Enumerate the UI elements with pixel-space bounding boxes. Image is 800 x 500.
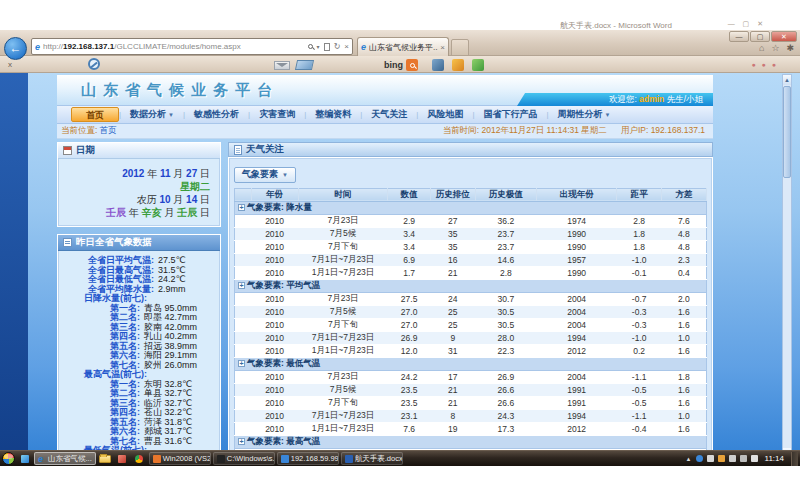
nav-item-2[interactable]: 数据分析▼ xyxy=(121,107,183,122)
start-button[interactable] xyxy=(2,452,15,465)
expand-collapse-icon[interactable]: + xyxy=(238,282,245,289)
refresh-icon[interactable]: ↻ xyxy=(334,42,341,51)
tray-volume-icon[interactable] xyxy=(751,455,758,462)
bing-search-icon[interactable] xyxy=(406,59,418,71)
table-cell: 1994 xyxy=(537,409,617,422)
stat-value: 24.2℃ xyxy=(158,274,186,284)
tab-close-icon[interactable]: × xyxy=(440,43,445,52)
table-cell: 2004 xyxy=(537,292,617,305)
addon-camera-icon[interactable] xyxy=(432,59,444,71)
table-row[interactable]: 20101月1日~7月23日7.61917.32012-0.41.6 xyxy=(235,422,707,435)
back-button[interactable]: ← xyxy=(4,37,27,60)
browser-tab[interactable]: e 山东省气候业务平... × xyxy=(357,37,449,56)
expand-collapse-icon[interactable]: + xyxy=(238,360,245,367)
table-row[interactable]: 20107月下旬27.02530.52004-0.31.6 xyxy=(235,318,707,331)
addonbar-overflow-icon[interactable]: ● ● ● xyxy=(751,61,778,68)
table-row[interactable]: 20107月5候3.43523.719901.84.8 xyxy=(235,227,707,240)
nav-item-3[interactable]: 敏感性分析 xyxy=(185,107,248,122)
close-button[interactable]: ✕ xyxy=(771,31,797,42)
table-row[interactable]: 20107月5候27.02530.52004-0.31.6 xyxy=(235,305,707,318)
scroll-up-icon[interactable]: ▲ xyxy=(783,75,791,85)
nav-item-8[interactable]: 国省下行产品 xyxy=(475,107,547,122)
table-cell: 2010 xyxy=(251,344,298,357)
table-row[interactable]: 20107月1日~7月23日26.9928.01994-1.01.0 xyxy=(235,331,707,344)
tray-hidden-icons-arrow[interactable]: ▲ xyxy=(686,456,692,462)
expand-collapse-icon[interactable]: + xyxy=(238,204,245,211)
mail-icon[interactable] xyxy=(274,61,290,70)
column-header[interactable]: 方差 xyxy=(662,188,707,201)
addonbar-close-icon[interactable]: x xyxy=(8,60,12,69)
maximize-button[interactable]: ▢ xyxy=(750,31,770,42)
table-row[interactable]: 20107月1日~7月23日6.91614.61957-1.02.3 xyxy=(235,253,707,266)
nav-item-5[interactable]: 整编资料 xyxy=(306,107,360,122)
column-header[interactable]: 数值 xyxy=(388,188,430,201)
new-tab-button[interactable] xyxy=(451,39,469,56)
nav-item-9[interactable]: 周期性分析▼ xyxy=(549,107,620,122)
search-icon[interactable] xyxy=(308,44,313,49)
nav-item-1[interactable]: 首页 xyxy=(71,107,119,122)
blocker-icon[interactable] xyxy=(88,58,100,70)
send-icon[interactable] xyxy=(295,60,314,70)
compatibility-icon[interactable] xyxy=(324,43,330,51)
search-dropdown-icon[interactable]: ▾ xyxy=(317,43,320,50)
table-group-row[interactable]: +气象要素: 平均气温 xyxy=(235,279,707,292)
taskbar-active-task[interactable]: e 山东省气候... xyxy=(34,452,96,465)
tray-network-icon[interactable] xyxy=(740,455,747,462)
table-row[interactable]: 20101月1日~7月23日12.03122.320120.21.6 xyxy=(235,344,707,357)
table-cell: 2010 xyxy=(251,214,298,227)
taskbar-pinned-icon[interactable] xyxy=(17,452,32,465)
tray-update-icon[interactable] xyxy=(696,455,703,462)
calendar-line: 2012 年 11 月 27 日 xyxy=(58,167,210,180)
calendar-text: 2012 xyxy=(122,168,144,179)
tray-flag-icon[interactable] xyxy=(729,455,736,462)
taskbar-task-button[interactable]: C:\Windows\s... xyxy=(213,452,275,465)
minimize-button[interactable]: — xyxy=(729,31,749,42)
table-row[interactable]: 20107月23日24.21726.92004-1.11.8 xyxy=(235,370,707,383)
column-header[interactable]: 年份 xyxy=(251,188,298,201)
table-row[interactable]: 20107月23日27.52430.72004-0.72.0 xyxy=(235,292,707,305)
explorer-folder-icon[interactable] xyxy=(98,452,113,465)
scrollbar-thumb[interactable] xyxy=(783,86,791,178)
address-bar[interactable]: e http://192.168.137.1/GLCCLIMATE/module… xyxy=(31,38,353,55)
table-cell: 2004 xyxy=(537,305,617,318)
addon-group-icon[interactable] xyxy=(472,59,484,71)
table-row[interactable]: 20107月下旬3.43523.719901.84.8 xyxy=(235,240,707,253)
nav-item-4[interactable]: 灾害查询 xyxy=(250,107,304,122)
taskbar-clock[interactable]: 11:14 xyxy=(765,454,784,463)
table-row[interactable]: 20107月1日~7月23日23.1824.31994-1.11.0 xyxy=(235,409,707,422)
breadcrumb-home-link[interactable]: 首页 xyxy=(100,125,117,135)
page-scrollbar[interactable]: ▲ ▼ xyxy=(782,74,792,459)
table-group-row[interactable]: +气象要素: 最低气温 xyxy=(235,357,707,370)
nav-item-7[interactable]: 风险地图 xyxy=(418,107,472,122)
table-cell: 2010 xyxy=(251,409,298,422)
column-header[interactable]: 距平 xyxy=(617,188,662,201)
show-desktop-button[interactable] xyxy=(791,452,798,466)
stop-icon[interactable]: × xyxy=(344,42,349,51)
taskbar-task-button[interactable]: Win2008 (VS2... xyxy=(149,452,211,465)
element-dropdown-button[interactable]: 气象要素▼ xyxy=(234,167,296,183)
column-header[interactable]: 时间 xyxy=(298,188,388,201)
nav-item-6[interactable]: 天气关注 xyxy=(362,107,416,122)
home-icon[interactable]: ⌂ xyxy=(759,43,764,53)
table-group-row[interactable]: +气象要素: 降水量 xyxy=(235,201,707,214)
taskbar-task-button[interactable]: 192.168.59.99... xyxy=(277,452,339,465)
bing-logo[interactable]: bing xyxy=(384,60,403,70)
column-header[interactable]: 历史极值 xyxy=(475,188,536,201)
addon-pet-icon[interactable] xyxy=(452,59,464,71)
expand-collapse-icon[interactable]: + xyxy=(238,438,245,445)
taskbar-task-button[interactable]: 航天手表.docx ... xyxy=(341,452,403,465)
column-header[interactable]: 历史排位 xyxy=(430,188,475,201)
settings-gear-icon[interactable]: ✱ xyxy=(786,43,794,53)
table-row[interactable]: 20107月23日2.92736.219742.87.6 xyxy=(235,214,707,227)
table-group-row[interactable]: +气象要素: 最高气温 xyxy=(235,435,707,448)
table-row[interactable]: 20107月5候23.52126.61991-0.51.6 xyxy=(235,383,707,396)
table-row[interactable]: 20107月下旬23.52126.61991-0.51.6 xyxy=(235,396,707,409)
favorites-star-icon[interactable]: ☆ xyxy=(771,43,779,53)
column-header[interactable]: 出现年份 xyxy=(537,188,617,201)
browser-app-icon[interactable] xyxy=(132,452,147,465)
tray-display-icon[interactable] xyxy=(707,455,714,462)
tray-download-icon[interactable] xyxy=(718,455,725,462)
red-app-icon[interactable] xyxy=(115,452,130,465)
table-row[interactable]: 20101月1日~7月23日1.7212.81990-0.10.4 xyxy=(235,266,707,279)
stat-label: 全省日平均气温: xyxy=(88,255,154,265)
